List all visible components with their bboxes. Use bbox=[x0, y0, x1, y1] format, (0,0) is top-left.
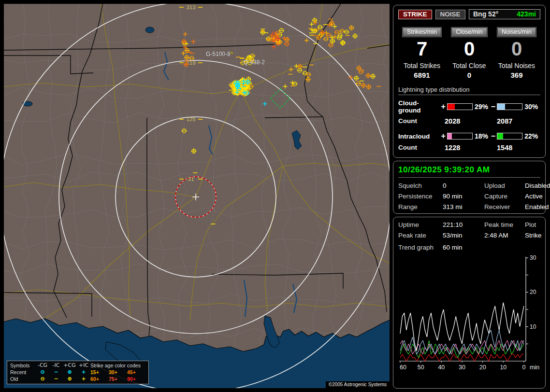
upload-label: Upload bbox=[484, 182, 525, 189]
cg-count-row: Count 2028 2087 bbox=[398, 117, 540, 125]
plus-sign: + bbox=[440, 102, 446, 111]
distribution-header: Lightning type distribution bbox=[398, 86, 540, 95]
svg-text:40: 40 bbox=[438, 364, 445, 371]
svg-text:10: 10 bbox=[530, 323, 536, 330]
map-canvas[interactable]: 31125219313G-5100-8^Q-438-2 bbox=[4, 4, 390, 388]
bearing-readout: Bng 52° 423mi bbox=[469, 9, 540, 19]
svg-text:0: 0 bbox=[522, 364, 526, 371]
svg-text:31: 31 bbox=[188, 176, 194, 182]
total-noises-label: Total Noises bbox=[493, 62, 540, 70]
svg-text:125: 125 bbox=[186, 116, 195, 122]
ic-count-row: Count 1228 1548 bbox=[398, 144, 540, 152]
cg-count-label: Count bbox=[398, 117, 445, 125]
capture-label: Capture bbox=[484, 193, 525, 200]
bearing-distance: 423mi bbox=[517, 10, 536, 18]
svg-text:60: 60 bbox=[400, 364, 406, 371]
peak-time-value: 2:48 AM bbox=[484, 232, 525, 239]
plot-label: Plot bbox=[525, 221, 542, 228]
total-strikes-label: Total Strikes bbox=[398, 62, 446, 70]
minus-sign: − bbox=[491, 132, 496, 140]
cg-minus-percent: 30% bbox=[524, 103, 540, 111]
peak-rate-value: 53/min bbox=[443, 232, 484, 239]
ic-plus-percent: 18% bbox=[475, 132, 491, 140]
cg-plus-count: 2028 bbox=[445, 117, 497, 125]
copyright-text: ©2005 Astrogenic Systems bbox=[326, 381, 390, 388]
capture-status: Active bbox=[525, 193, 550, 200]
persistence-label: Persistence bbox=[398, 193, 443, 200]
total-close-value: 0 bbox=[446, 71, 493, 79]
uptime-value: 221:10 bbox=[443, 221, 484, 228]
minus-sign: − bbox=[491, 102, 496, 111]
strikes-per-min-value: 7 bbox=[398, 38, 446, 60]
total-noises-value: 369 bbox=[493, 71, 540, 79]
range-value: 313 mi bbox=[443, 203, 484, 210]
total-close-label: Total Close bbox=[446, 62, 493, 70]
cloud-ground-label: Cloud-ground bbox=[398, 99, 440, 114]
noise-toggle-button[interactable]: NOISE bbox=[435, 10, 465, 19]
datetime-display: 10/26/2025 9:39:20 AM bbox=[398, 165, 540, 178]
uptime-label: Uptime bbox=[398, 221, 443, 228]
panel-strike-stats: STRIKE NOISE Bng 52° 423mi Strikes/min C… bbox=[393, 5, 546, 158]
svg-text:50: 50 bbox=[418, 364, 424, 371]
squelch-value: 0 bbox=[443, 182, 484, 189]
svg-text:30: 30 bbox=[530, 254, 536, 261]
bearing-label: Bng 52° bbox=[473, 10, 498, 18]
trend-graph-window: 60 min bbox=[443, 244, 484, 251]
app-window: 31125219313G-5100-8^Q-438-2 Symbols-CG-I… bbox=[0, 0, 550, 392]
peak-rate-label: Peak rate bbox=[398, 232, 443, 239]
trend-graph: 1020306050403020100min bbox=[398, 254, 542, 376]
close-per-min-value: 0 bbox=[446, 38, 493, 60]
strikes-per-min-header: Strikes/min bbox=[403, 28, 441, 37]
receiver-label: Receiver bbox=[484, 203, 525, 210]
peak-time-label: Peak time bbox=[484, 221, 525, 228]
plus-sign: + bbox=[440, 132, 446, 140]
panel-status: 10/26/2025 9:39:20 AM Squelch 0 Upload D… bbox=[393, 161, 546, 214]
sidebar: STRIKE NOISE Bng 52° 423mi Strikes/min C… bbox=[392, 0, 550, 392]
receiver-status: Enabled bbox=[525, 203, 550, 210]
cg-plus-bar bbox=[447, 103, 473, 110]
svg-text:20: 20 bbox=[530, 289, 536, 295]
noises-per-min-header: Noises/min bbox=[497, 28, 536, 37]
plot-mode-value: Strike bbox=[525, 232, 542, 239]
lightning-map[interactable]: 31125219313G-5100-8^Q-438-2 Symbols-CG-I… bbox=[4, 4, 390, 388]
svg-text:Q-438-2: Q-438-2 bbox=[244, 59, 265, 66]
cloud-ground-row: Cloud-ground + 29% − 30% bbox=[398, 99, 540, 114]
panel-trend: Uptime 221:10 Peak time Plot Peak rate 5… bbox=[393, 217, 546, 389]
svg-text:30: 30 bbox=[459, 364, 465, 371]
ic-plus-count: 1228 bbox=[445, 144, 497, 152]
cg-minus-count: 2087 bbox=[497, 117, 540, 125]
persistence-value: 90 min bbox=[443, 193, 484, 200]
svg-text:10: 10 bbox=[500, 364, 507, 371]
ic-minus-bar bbox=[497, 133, 522, 140]
svg-text:G-5100-8^: G-5100-8^ bbox=[206, 51, 233, 57]
intracloud-label: Intracloud bbox=[398, 133, 440, 140]
strike-toggle-button[interactable]: STRIKE bbox=[398, 10, 432, 19]
ic-minus-percent: 22% bbox=[524, 132, 540, 140]
range-label: Range bbox=[398, 203, 443, 210]
cg-minus-bar bbox=[497, 103, 522, 110]
total-strikes-value: 6891 bbox=[398, 71, 446, 79]
ic-plus-bar bbox=[447, 133, 473, 140]
trend-graph-label: Trend graph bbox=[398, 244, 443, 251]
cg-plus-percent: 29% bbox=[475, 103, 491, 111]
noises-per-min-value: 0 bbox=[493, 38, 540, 60]
svg-text:20: 20 bbox=[479, 364, 486, 371]
close-per-min-header: Close/min bbox=[451, 28, 487, 37]
map-legend: Symbols-CG-IC+CG+ICStrike age color code… bbox=[7, 361, 149, 384]
intracloud-row: Intracloud + 18% − 22% bbox=[398, 132, 540, 140]
svg-text:313: 313 bbox=[186, 4, 195, 10]
ic-minus-count: 1548 bbox=[497, 144, 540, 152]
ic-count-label: Count bbox=[398, 144, 445, 152]
svg-text:min: min bbox=[530, 364, 539, 371]
squelch-label: Squelch bbox=[398, 182, 443, 189]
upload-status: Disabled bbox=[525, 182, 550, 189]
